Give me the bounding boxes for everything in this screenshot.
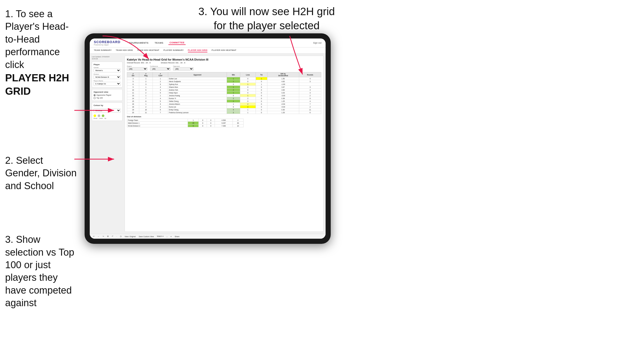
radio-dot-selected	[94, 94, 96, 96]
toolbar-save-custom[interactable]: Save Custom View	[138, 235, 155, 238]
last-updated: Last Updated: 27/03/202416:55:38	[92, 56, 123, 60]
td-reg: 2	[139, 105, 153, 108]
td-tie: 0	[256, 103, 267, 105]
td-win: 1	[227, 91, 240, 94]
td-reg: 6	[139, 89, 153, 91]
td-div: 3	[127, 77, 139, 80]
td-loss: 1	[240, 83, 256, 86]
table-row: 14 7 4 Eunice Yi 2 2 0 0.38 9	[127, 97, 321, 100]
td-reg: 10	[139, 108, 153, 111]
toolbar-menu[interactable]: ≡	[170, 235, 172, 238]
td-opponent: Sharon Mun	[168, 86, 227, 89]
step1-bold: PLAYER H2H GRID	[5, 71, 79, 98]
td-conf: 3	[153, 89, 168, 91]
td-tie: 0	[256, 111, 267, 114]
td-loss: 1	[240, 111, 256, 114]
top-right-instruction: 3. You will now see H2H grid for the pla…	[195, 5, 338, 33]
td-div: 10	[127, 89, 139, 91]
toolbar-watch[interactable]: Watch ▾	[156, 235, 164, 238]
td-div: 5	[127, 80, 139, 83]
td-rounds: 7	[299, 103, 321, 105]
bottom-toolbar: ↩ ← ↪ ⊞ ↶ · ◷ View: Original Save Custom…	[90, 234, 326, 239]
opponent-select[interactable]: (All)	[173, 67, 194, 71]
conference-filter-label: Conference	[150, 65, 170, 67]
player-label: Player	[94, 63, 121, 66]
nav-committee[interactable]: COMMITTEE	[168, 41, 186, 45]
player-rank-select[interactable]: 8. Katelyn Vo	[94, 82, 121, 86]
right-panel: Katelyn Vo Head-to-Head Grid for Women's…	[125, 56, 324, 232]
player-rank-label: Player (Rank)	[94, 80, 121, 82]
td-loss: 0	[240, 77, 256, 80]
radio-opponents-played[interactable]: Opponents Played	[94, 94, 121, 96]
th-loss: Loss	[240, 72, 256, 77]
nav-tournaments[interactable]: TOURNAMENTS	[128, 41, 149, 45]
toolbar-refresh[interactable]: ↶	[111, 235, 114, 238]
td-rounds: 4	[299, 77, 321, 80]
td-rounds: 3	[299, 86, 321, 89]
gender-label: Gender	[94, 67, 121, 68]
td-conf: 5	[153, 91, 168, 94]
td-conf: 2	[153, 105, 168, 108]
table-row: 20 11 7 Federica Domecq Lacroze 2 1 0 1.…	[127, 111, 321, 114]
td-conf: 6	[153, 108, 168, 111]
toolbar-clock[interactable]: ◷	[119, 235, 122, 238]
td-win: 1	[227, 80, 240, 83]
toolbar-download[interactable]: ↓	[166, 235, 168, 238]
region-select[interactable]: (All)	[127, 67, 147, 71]
td-loss: 2	[240, 97, 256, 100]
sub-nav-team-heatmap[interactable]: TEAM H2H HEATMAP	[137, 49, 159, 52]
td-reg: 1	[139, 103, 153, 105]
data-table: #Div #Reg #Conf Opponent Win Loss Tie Di…	[127, 72, 321, 114]
td-reg: 11	[139, 111, 153, 114]
td-diff: 1.33	[267, 111, 299, 114]
td-diff: 3.33	[267, 91, 299, 94]
left-instructions: 1. To see a Player's Head-to-Head perfor…	[0, 0, 85, 325]
td-win: 1	[227, 100, 240, 103]
sub-nav-team-summary[interactable]: TEAM SUMMARY	[94, 49, 112, 52]
sub-nav-player-summary[interactable]: PLAYER SUMMARY	[163, 49, 184, 52]
sub-nav-team-h2h[interactable]: TEAM H2H GRID	[116, 49, 133, 52]
filters-row: Region (All) Conference (All) Opponent	[127, 65, 321, 71]
sign-out-link[interactable]: Sign out	[313, 42, 321, 44]
td-win: 0	[227, 94, 240, 97]
td-win: 2	[227, 89, 240, 91]
gender-group: Gender Women's Men's	[94, 67, 121, 72]
gender-select[interactable]: Women's Men's	[94, 69, 121, 72]
radio-dot-top100	[94, 97, 96, 99]
td-tie: 0	[256, 86, 267, 89]
td-div: 15	[127, 100, 139, 103]
toolbar-redo[interactable]: ↪	[102, 235, 105, 238]
td-div: 19	[127, 108, 139, 111]
ood-row: NCAA Division 2 5 0 0 7.400 10	[127, 124, 244, 127]
label-up: Up	[104, 118, 106, 119]
nav-teams[interactable]: TEAMS	[154, 41, 164, 45]
radio-top100[interactable]: Top 100	[94, 97, 121, 99]
td-win: 0	[227, 105, 240, 108]
td-div: 18	[127, 105, 139, 108]
division-select[interactable]: NCAA Division III	[94, 75, 121, 79]
toolbar-back[interactable]: ←	[97, 235, 100, 238]
toolbar-view-original[interactable]: View: Original	[124, 235, 136, 238]
td-diff: 3.67	[267, 86, 299, 89]
sub-nav-player-heatmap[interactable]: PLAYER H2H HEATMAP	[212, 49, 236, 52]
conference-select[interactable]: (All)	[150, 67, 170, 71]
td-loss: 0	[240, 89, 256, 91]
table-row: 6 3 3 Sydney Kuo 0 1 1 -1.00	[127, 83, 321, 86]
td-rounds: 3	[299, 80, 321, 83]
td-opponent: Eunice Yi	[168, 97, 227, 100]
td-tie: 0	[256, 89, 267, 91]
toolbar-undo[interactable]: ↩	[92, 235, 95, 238]
toolbar-grid[interactable]: ⊞	[106, 235, 109, 238]
ood-win: 5	[188, 124, 199, 127]
td-opponent: Euna Lee	[168, 105, 227, 108]
td-rounds: 2	[299, 105, 321, 108]
td-opponent: Andrea York	[168, 89, 227, 91]
sub-nav-player-h2h[interactable]: PLAYER H2H GRID	[188, 49, 208, 52]
toolbar-share[interactable]: Share	[174, 235, 180, 238]
player-section: Player Gender Women's Men's Division NCA…	[92, 62, 123, 88]
colour-select[interactable]: Win/loss	[94, 109, 121, 112]
td-win: 1	[227, 77, 240, 80]
td-win: 1	[227, 86, 240, 89]
td-opponent: Stella Cheng	[168, 100, 227, 103]
out-of-division-table: Foreign Team 1 0 0 4.500 2 NAIA Division…	[127, 119, 244, 127]
